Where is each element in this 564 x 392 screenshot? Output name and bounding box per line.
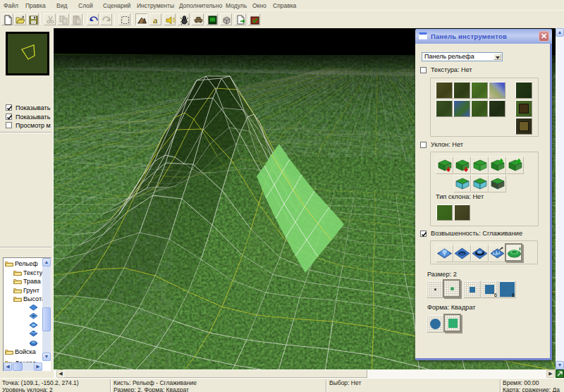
svg-text:a: a xyxy=(153,15,158,25)
